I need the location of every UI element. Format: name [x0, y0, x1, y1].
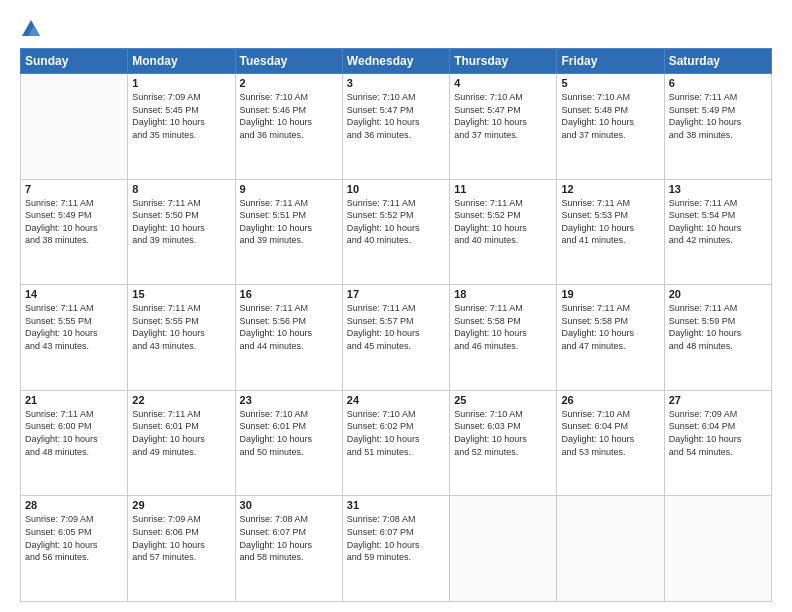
table-row: 11Sunrise: 7:11 AMSunset: 5:52 PMDayligh… [450, 179, 557, 285]
table-row: 7Sunrise: 7:11 AMSunset: 5:49 PMDaylight… [21, 179, 128, 285]
day-number: 21 [25, 394, 123, 406]
day-info: Sunrise: 7:10 AMSunset: 5:47 PMDaylight:… [347, 91, 445, 141]
col-friday: Friday [557, 49, 664, 74]
day-info: Sunrise: 7:10 AMSunset: 5:46 PMDaylight:… [240, 91, 338, 141]
day-number: 13 [669, 183, 767, 195]
table-row: 5Sunrise: 7:10 AMSunset: 5:48 PMDaylight… [557, 74, 664, 180]
col-tuesday: Tuesday [235, 49, 342, 74]
table-row: 2Sunrise: 7:10 AMSunset: 5:46 PMDaylight… [235, 74, 342, 180]
day-number: 7 [25, 183, 123, 195]
table-row: 15Sunrise: 7:11 AMSunset: 5:55 PMDayligh… [128, 285, 235, 391]
day-info: Sunrise: 7:11 AMSunset: 5:54 PMDaylight:… [669, 197, 767, 247]
table-row [664, 496, 771, 602]
day-info: Sunrise: 7:11 AMSunset: 5:56 PMDaylight:… [240, 302, 338, 352]
day-info: Sunrise: 7:11 AMSunset: 5:50 PMDaylight:… [132, 197, 230, 247]
day-number: 8 [132, 183, 230, 195]
col-thursday: Thursday [450, 49, 557, 74]
table-row: 28Sunrise: 7:09 AMSunset: 6:05 PMDayligh… [21, 496, 128, 602]
table-row: 25Sunrise: 7:10 AMSunset: 6:03 PMDayligh… [450, 390, 557, 496]
day-info: Sunrise: 7:11 AMSunset: 6:00 PMDaylight:… [25, 408, 123, 458]
table-row: 8Sunrise: 7:11 AMSunset: 5:50 PMDaylight… [128, 179, 235, 285]
table-row: 20Sunrise: 7:11 AMSunset: 5:59 PMDayligh… [664, 285, 771, 391]
table-row: 17Sunrise: 7:11 AMSunset: 5:57 PMDayligh… [342, 285, 449, 391]
table-row [557, 496, 664, 602]
table-row: 14Sunrise: 7:11 AMSunset: 5:55 PMDayligh… [21, 285, 128, 391]
table-row: 21Sunrise: 7:11 AMSunset: 6:00 PMDayligh… [21, 390, 128, 496]
calendar-header-row: Sunday Monday Tuesday Wednesday Thursday… [21, 49, 772, 74]
day-number: 19 [561, 288, 659, 300]
day-info: Sunrise: 7:09 AMSunset: 6:06 PMDaylight:… [132, 513, 230, 563]
day-number: 1 [132, 77, 230, 89]
day-number: 9 [240, 183, 338, 195]
table-row: 12Sunrise: 7:11 AMSunset: 5:53 PMDayligh… [557, 179, 664, 285]
table-row: 1Sunrise: 7:09 AMSunset: 5:45 PMDaylight… [128, 74, 235, 180]
day-number: 26 [561, 394, 659, 406]
day-number: 23 [240, 394, 338, 406]
page: Sunday Monday Tuesday Wednesday Thursday… [0, 0, 792, 612]
day-number: 2 [240, 77, 338, 89]
calendar-week-row: 28Sunrise: 7:09 AMSunset: 6:05 PMDayligh… [21, 496, 772, 602]
calendar-week-row: 7Sunrise: 7:11 AMSunset: 5:49 PMDaylight… [21, 179, 772, 285]
day-info: Sunrise: 7:11 AMSunset: 5:58 PMDaylight:… [454, 302, 552, 352]
table-row: 23Sunrise: 7:10 AMSunset: 6:01 PMDayligh… [235, 390, 342, 496]
table-row: 30Sunrise: 7:08 AMSunset: 6:07 PMDayligh… [235, 496, 342, 602]
calendar-week-row: 21Sunrise: 7:11 AMSunset: 6:00 PMDayligh… [21, 390, 772, 496]
day-info: Sunrise: 7:10 AMSunset: 6:02 PMDaylight:… [347, 408, 445, 458]
day-info: Sunrise: 7:10 AMSunset: 6:04 PMDaylight:… [561, 408, 659, 458]
col-monday: Monday [128, 49, 235, 74]
calendar-week-row: 1Sunrise: 7:09 AMSunset: 5:45 PMDaylight… [21, 74, 772, 180]
col-sunday: Sunday [21, 49, 128, 74]
day-number: 15 [132, 288, 230, 300]
table-row: 18Sunrise: 7:11 AMSunset: 5:58 PMDayligh… [450, 285, 557, 391]
table-row: 6Sunrise: 7:11 AMSunset: 5:49 PMDaylight… [664, 74, 771, 180]
table-row: 16Sunrise: 7:11 AMSunset: 5:56 PMDayligh… [235, 285, 342, 391]
day-info: Sunrise: 7:11 AMSunset: 5:52 PMDaylight:… [347, 197, 445, 247]
day-info: Sunrise: 7:11 AMSunset: 5:58 PMDaylight:… [561, 302, 659, 352]
day-info: Sunrise: 7:08 AMSunset: 6:07 PMDaylight:… [347, 513, 445, 563]
table-row: 10Sunrise: 7:11 AMSunset: 5:52 PMDayligh… [342, 179, 449, 285]
logo [20, 18, 42, 40]
day-info: Sunrise: 7:10 AMSunset: 6:03 PMDaylight:… [454, 408, 552, 458]
day-info: Sunrise: 7:09 AMSunset: 5:45 PMDaylight:… [132, 91, 230, 141]
day-number: 14 [25, 288, 123, 300]
day-number: 24 [347, 394, 445, 406]
table-row: 4Sunrise: 7:10 AMSunset: 5:47 PMDaylight… [450, 74, 557, 180]
table-row: 26Sunrise: 7:10 AMSunset: 6:04 PMDayligh… [557, 390, 664, 496]
day-info: Sunrise: 7:10 AMSunset: 5:48 PMDaylight:… [561, 91, 659, 141]
day-number: 6 [669, 77, 767, 89]
table-row: 31Sunrise: 7:08 AMSunset: 6:07 PMDayligh… [342, 496, 449, 602]
calendar-week-row: 14Sunrise: 7:11 AMSunset: 5:55 PMDayligh… [21, 285, 772, 391]
day-number: 4 [454, 77, 552, 89]
day-info: Sunrise: 7:11 AMSunset: 5:51 PMDaylight:… [240, 197, 338, 247]
day-info: Sunrise: 7:10 AMSunset: 6:01 PMDaylight:… [240, 408, 338, 458]
day-info: Sunrise: 7:11 AMSunset: 5:57 PMDaylight:… [347, 302, 445, 352]
day-info: Sunrise: 7:11 AMSunset: 5:53 PMDaylight:… [561, 197, 659, 247]
day-number: 11 [454, 183, 552, 195]
day-number: 28 [25, 499, 123, 511]
logo-icon [20, 18, 42, 40]
table-row: 29Sunrise: 7:09 AMSunset: 6:06 PMDayligh… [128, 496, 235, 602]
day-info: Sunrise: 7:11 AMSunset: 5:55 PMDaylight:… [132, 302, 230, 352]
day-info: Sunrise: 7:08 AMSunset: 6:07 PMDaylight:… [240, 513, 338, 563]
table-row: 27Sunrise: 7:09 AMSunset: 6:04 PMDayligh… [664, 390, 771, 496]
day-info: Sunrise: 7:09 AMSunset: 6:04 PMDaylight:… [669, 408, 767, 458]
day-info: Sunrise: 7:11 AMSunset: 5:55 PMDaylight:… [25, 302, 123, 352]
day-info: Sunrise: 7:10 AMSunset: 5:47 PMDaylight:… [454, 91, 552, 141]
day-number: 22 [132, 394, 230, 406]
table-row [450, 496, 557, 602]
day-info: Sunrise: 7:11 AMSunset: 5:59 PMDaylight:… [669, 302, 767, 352]
day-number: 31 [347, 499, 445, 511]
day-number: 16 [240, 288, 338, 300]
table-row: 24Sunrise: 7:10 AMSunset: 6:02 PMDayligh… [342, 390, 449, 496]
day-info: Sunrise: 7:11 AMSunset: 5:52 PMDaylight:… [454, 197, 552, 247]
day-number: 30 [240, 499, 338, 511]
day-info: Sunrise: 7:09 AMSunset: 6:05 PMDaylight:… [25, 513, 123, 563]
col-wednesday: Wednesday [342, 49, 449, 74]
header [20, 18, 772, 40]
table-row: 3Sunrise: 7:10 AMSunset: 5:47 PMDaylight… [342, 74, 449, 180]
day-number: 27 [669, 394, 767, 406]
day-number: 5 [561, 77, 659, 89]
day-info: Sunrise: 7:11 AMSunset: 6:01 PMDaylight:… [132, 408, 230, 458]
day-number: 12 [561, 183, 659, 195]
table-row: 19Sunrise: 7:11 AMSunset: 5:58 PMDayligh… [557, 285, 664, 391]
